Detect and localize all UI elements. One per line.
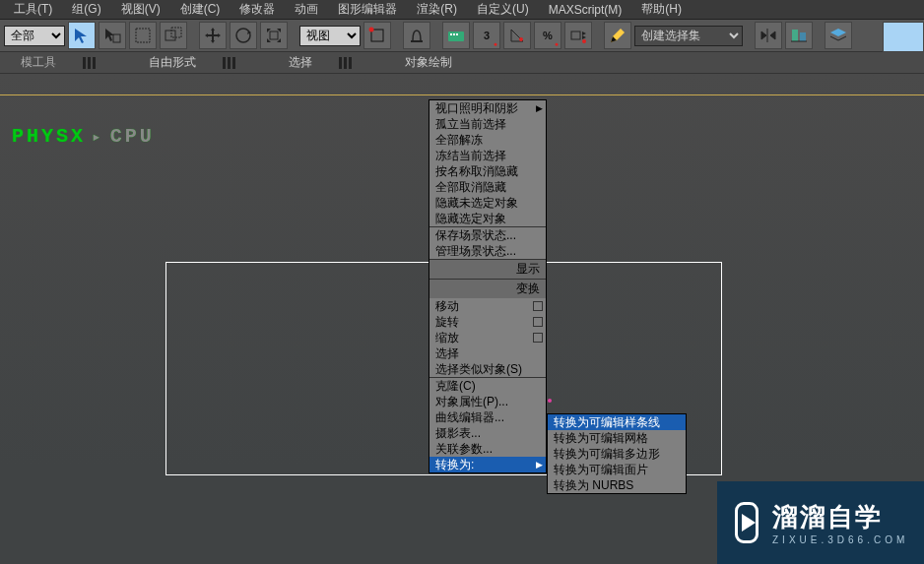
ctx-convert-mesh[interactable]: 转换为可编辑网格 <box>548 430 686 446</box>
ctx-rotate[interactable]: 旋转 <box>429 314 546 330</box>
mirror-button[interactable] <box>755 22 782 49</box>
window-crossing-button[interactable] <box>160 22 187 49</box>
svg-rect-3 <box>171 28 181 37</box>
tab-object-paint[interactable]: 对象绘制 <box>386 50 471 75</box>
ctx-select-similar[interactable]: 选择类似对象(S) <box>429 361 546 377</box>
ctx-unfreeze-all[interactable]: 全部解冻 <box>429 132 546 148</box>
grip-icon <box>339 57 378 69</box>
menu-render[interactable]: 渲染(R) <box>407 0 467 20</box>
svg-point-13 <box>519 37 523 41</box>
layers-button[interactable] <box>825 22 852 49</box>
ctx-clone[interactable]: 克隆(C) <box>429 378 546 394</box>
svg-rect-0 <box>113 34 120 42</box>
svg-rect-12 <box>456 33 458 35</box>
svg-rect-6 <box>371 30 383 41</box>
svg-rect-5 <box>270 31 278 39</box>
grip-icon <box>83 57 122 69</box>
ctx-isolate-selection[interactable]: 孤立当前选择 <box>429 116 546 132</box>
ctx-hide-unselected[interactable]: 隐藏未选定对象 <box>429 195 546 211</box>
quad-context-menu: 视口照明和阴影 孤立当前选择 全部解冻 冻结当前选择 按名称取消隐藏 全部取消隐… <box>429 99 547 473</box>
ribbon-tab-bar: 模工具 自由形式 选择 对象绘制 <box>0 52 924 74</box>
ctx-select[interactable]: 选择 <box>429 345 546 361</box>
svg-rect-17 <box>800 32 806 41</box>
ctx-convert-patch[interactable]: 转换为可编辑面片 <box>548 462 686 477</box>
svg-rect-9 <box>448 31 464 41</box>
menu-view[interactable]: 视图(V) <box>111 0 170 20</box>
manipulate-button[interactable] <box>403 22 430 49</box>
watermark-logo: 溜溜自学 ZIXUE.3D66.COM <box>717 481 924 564</box>
grip-icon <box>223 57 262 69</box>
ctx-viewport-lighting[interactable]: 视口照明和阴影 <box>429 100 546 116</box>
tab-freeform[interactable]: 自由形式 <box>130 50 215 75</box>
ctx-unhide-by-name[interactable]: 按名称取消隐藏 <box>429 163 546 179</box>
ctx-scale[interactable]: 缩放 <box>429 330 546 345</box>
scale-button[interactable] <box>260 22 288 49</box>
ctx-curve-editor[interactable]: 曲线编辑器... <box>429 409 546 425</box>
ctx-freeze-selection[interactable]: 冻结当前选择 <box>429 148 546 163</box>
ctx-unhide-all[interactable]: 全部取消隐藏 <box>429 179 546 195</box>
ctx-convert-nurbs[interactable]: 转换为 NURBS <box>548 477 686 493</box>
watermark-url: ZIXUE.3D66.COM <box>772 534 908 545</box>
svg-point-15 <box>582 39 586 43</box>
ctx-convert-to[interactable]: 转换为: <box>429 457 546 472</box>
keyboard-shortcut-toggle[interactable] <box>442 22 470 49</box>
move-button[interactable] <box>199 22 227 49</box>
select-region-rect-button[interactable] <box>129 22 157 49</box>
selection-filter-select[interactable]: 全部 <box>4 26 65 46</box>
ctx-heading-transform: 变换 <box>429 279 546 298</box>
physx-logo: PHYSX▸CPU <box>12 125 155 148</box>
menu-graph-editors[interactable]: 图形编辑器 <box>328 0 407 20</box>
menu-maxscript[interactable]: MAXScript(M) <box>539 1 632 19</box>
menu-create[interactable]: 创建(C) <box>170 0 231 20</box>
ctx-convert-spline[interactable]: 转换为可编辑样条线 <box>548 414 686 430</box>
ctx-manage-scene-state[interactable]: 管理场景状态... <box>429 243 546 259</box>
ctx-dope-sheet[interactable]: 摄影表... <box>429 425 546 441</box>
select-by-name-button[interactable] <box>99 22 126 49</box>
menu-modifiers[interactable]: 修改器 <box>230 0 285 20</box>
angle-snap-button[interactable] <box>503 22 531 49</box>
ctx-save-scene-state[interactable]: 保存场景状态... <box>429 227 546 243</box>
play-icon <box>735 502 759 543</box>
named-sel-set-select[interactable]: 创建选择集 <box>634 26 743 46</box>
menu-customize[interactable]: 自定义(U) <box>467 0 539 20</box>
menu-tools[interactable]: 工具(T) <box>4 0 62 20</box>
ctx-object-properties[interactable]: 对象属性(P)... <box>429 394 546 409</box>
ctx-heading-display: 显示 <box>429 259 546 279</box>
menu-animation[interactable]: 动画 <box>285 0 328 20</box>
pivot-button[interactable] <box>363 22 391 49</box>
rotate-button[interactable] <box>230 22 257 49</box>
menu-help[interactable]: 帮助(H) <box>631 0 692 20</box>
svg-point-7 <box>369 28 374 32</box>
menu-group[interactable]: 组(G) <box>62 0 110 20</box>
curve-editor-button[interactable] <box>883 22 924 52</box>
svg-rect-11 <box>453 33 455 35</box>
watermark-title: 溜溜自学 <box>772 500 908 534</box>
svg-rect-16 <box>792 30 798 41</box>
main-toolbar: 全部 视图 3● %● 创建选择集 <box>0 20 924 52</box>
edit-named-sel-button[interactable] <box>604 22 631 49</box>
select-object-button[interactable] <box>68 22 96 49</box>
svg-rect-14 <box>571 31 580 39</box>
ctx-hide-selection[interactable]: 隐藏选定对象 <box>429 211 546 226</box>
spinner-snap-button[interactable] <box>564 22 592 49</box>
tab-modeling[interactable]: 模工具 <box>2 50 75 75</box>
ctx-convert-poly[interactable]: 转换为可编辑多边形 <box>548 446 686 462</box>
viewport-border <box>0 94 924 95</box>
svg-rect-1 <box>136 29 150 42</box>
percent-snap-button[interactable]: %● <box>534 22 561 49</box>
ref-coord-select[interactable]: 视图 <box>299 26 361 46</box>
svg-rect-8 <box>411 40 423 42</box>
svg-rect-2 <box>165 31 175 40</box>
main-menu-bar: 工具(T) 组(G) 视图(V) 创建(C) 修改器 动画 图形编辑器 渲染(R… <box>0 0 924 20</box>
convert-to-submenu: 转换为可编辑样条线 转换为可编辑网格 转换为可编辑多边形 转换为可编辑面片 转换… <box>547 413 687 494</box>
snap-toggle-3[interactable]: 3● <box>473 22 500 49</box>
tab-selection[interactable]: 选择 <box>270 50 331 75</box>
svg-point-4 <box>236 29 250 42</box>
ctx-move[interactable]: 移动 <box>429 298 546 314</box>
svg-rect-10 <box>450 33 452 35</box>
align-button[interactable] <box>785 22 813 49</box>
ctx-wire-parameters[interactable]: 关联参数... <box>429 441 546 457</box>
